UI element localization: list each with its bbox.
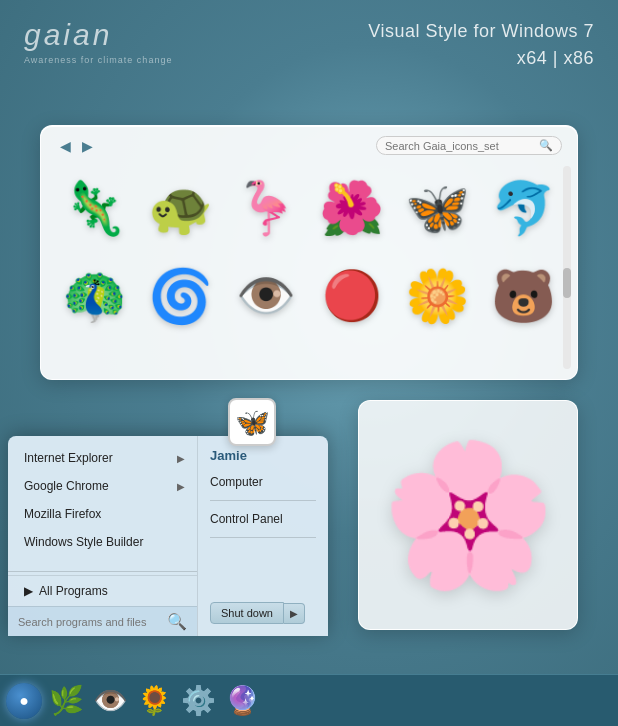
right-separator [210,500,316,501]
right-menu-computer[interactable]: Computer [210,471,316,493]
icon-bear[interactable]: 🐻 [484,256,562,336]
nav-arrows: ◀ ▶ [56,137,96,155]
nav-back-button[interactable]: ◀ [56,137,74,155]
taskbar-icon-1[interactable]: 🌿 [46,681,86,721]
deco-panel: 🌸 [358,400,578,630]
header-title: Visual Style for Windows 7 x64 | x86 [368,18,594,72]
taskbar-icon-1-img: 🌿 [49,684,84,717]
deco-icon: 🌸 [381,433,556,598]
logo-text: gaian [24,18,112,52]
icon-flower[interactable]: 🌺 [313,168,391,248]
menu-item-wsb[interactable]: Windows Style Builder [8,528,197,556]
logo-area: gaian Awareness for climate change [24,18,172,65]
start-menu-right: Jamie Computer Control Panel Shut down ▶ [198,436,328,636]
butterfly-float-icon: 🦋 [228,398,276,446]
panel-search-icon: 🔍 [539,139,553,152]
icon-pr[interactable]: 🦚 [56,256,134,336]
shutdown-row: Shut down ▶ [210,602,316,624]
icon-gear-flower[interactable]: 🌼 [399,256,477,336]
right-menu-control-panel[interactable]: Control Panel [210,508,316,530]
title-line2: x64 | x86 [368,45,594,72]
taskbar-icon-3[interactable]: 🌻 [134,681,174,721]
panel-scrollbar[interactable] [563,166,571,369]
menu-item-firefox-label: Mozilla Firefox [24,507,101,521]
menu-item-chrome-arrow: ▶ [177,481,185,492]
start-search-bar[interactable]: 🔍 [8,606,197,636]
icon-eye[interactable]: 👁️ [227,256,305,336]
menu-item-wsb-label: Windows Style Builder [24,535,143,549]
all-programs-label: All Programs [39,584,108,598]
scrollbar-thumb[interactable] [563,268,571,298]
all-programs-arrow: ▶ [24,584,33,598]
nav-forward-button[interactable]: ▶ [78,137,96,155]
menu-item-chrome[interactable]: Google Chrome ▶ [8,472,197,500]
panel-toolbar: ◀ ▶ 🔍 [56,136,562,155]
start-menu: Internet Explorer ▶ Google Chrome ▶ Mozi… [8,436,328,636]
menu-item-chrome-label: Google Chrome [24,479,109,493]
taskbar-icon-4[interactable]: ⚙️ [178,681,218,721]
panel-search-input[interactable] [385,140,535,152]
logo-tagline: Awareness for climate change [24,55,172,65]
all-programs-button[interactable]: ▶ All Programs [8,575,197,606]
menu-item-ie[interactable]: Internet Explorer ▶ [8,444,197,472]
start-search-input[interactable] [18,616,161,628]
start-menu-items: Internet Explorer ▶ Google Chrome ▶ Mozi… [8,436,197,568]
icon-ps[interactable]: 🐬 [484,168,562,248]
taskbar-icon-2[interactable]: 👁️ [90,681,130,721]
header: gaian Awareness for climate change Visua… [0,0,618,110]
user-name: Jamie [210,448,316,463]
left-separator [8,571,197,572]
shutdown-button[interactable]: Shut down [210,602,284,624]
right-separator-2 [210,537,316,538]
taskbar-icon-5-img: 🔮 [225,684,260,717]
taskbar: ● 🌿 👁️ 🌻 ⚙️ 🔮 [0,674,618,726]
start-button[interactable]: ● [6,683,42,719]
icon-id[interactable]: 🦩 [227,168,305,248]
icon-s[interactable]: 🔵 [313,256,391,336]
menu-item-firefox[interactable]: Mozilla Firefox [8,500,197,528]
butterfly-icon: 🦋 [235,406,270,439]
icon-ai[interactable]: 🐢 [142,168,220,248]
shutdown-arrow-button[interactable]: ▶ [284,603,305,624]
start-search-icon: 🔍 [167,612,187,631]
title-line1: Visual Style for Windows 7 [368,18,594,45]
taskbar-icon-5[interactable]: 🔮 [222,681,262,721]
icon-fl[interactable]: 🦎 [56,168,134,248]
icons-grid-row1: 🦎 🐢 🦩 🌺 🦋 🐬 🦚 🌀 👁️ 🔵 🌼 [56,163,562,341]
taskbar-icon-3-img: 🌻 [137,684,172,717]
taskbar-icon-4-img: ⚙️ [181,684,216,717]
menu-item-ie-label: Internet Explorer [24,451,113,465]
menu-item-ie-arrow: ▶ [177,453,185,464]
start-orb: ● [19,692,29,710]
start-menu-left: Internet Explorer ▶ Google Chrome ▶ Mozi… [8,436,198,636]
icon-panel: ◀ ▶ 🔍 🦎 🐢 🦩 🌺 🦋 🐬 🦚 [40,125,578,380]
panel-search-box[interactable]: 🔍 [376,136,562,155]
icon-q[interactable]: 🌀 [142,256,220,336]
taskbar-icon-2-img: 👁️ [93,684,128,717]
icon-butterfly[interactable]: 🦋 [399,168,477,248]
start-menu-inner: Internet Explorer ▶ Google Chrome ▶ Mozi… [8,436,328,636]
